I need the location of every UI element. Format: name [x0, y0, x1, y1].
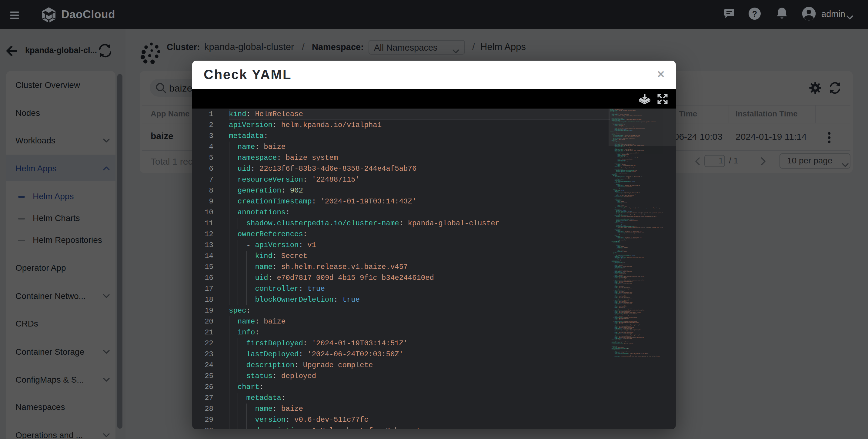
svg-text:?: ? [752, 9, 757, 19]
